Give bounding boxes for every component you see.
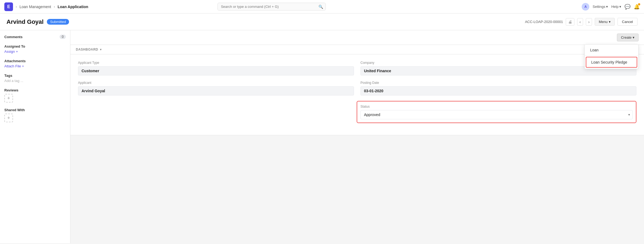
- applicant-type-group: Applicant Type Customer: [78, 61, 354, 75]
- spacer-group: [78, 101, 350, 123]
- attachments-label: Attachments: [4, 59, 66, 63]
- assign-button[interactable]: Assign +: [4, 50, 66, 54]
- form-row-3: Status Approved Pending Rejected Draft ▾: [78, 101, 636, 123]
- sidebar-comments-section: Comments 0: [4, 35, 66, 39]
- posting-date-group: Posting Date 03-01-2020: [360, 81, 636, 95]
- top-nav: E › Loan Management › Loan Application 🔍…: [0, 0, 644, 14]
- menu-button[interactable]: Menu ▾: [595, 18, 615, 26]
- menu-chevron-icon: ▾: [609, 20, 611, 24]
- search-icon: 🔍: [318, 5, 323, 9]
- applicant-type-value: Customer: [78, 66, 354, 75]
- applicant-type-label: Applicant Type: [78, 61, 354, 65]
- content-top-bar: Create ▾: [70, 30, 644, 45]
- dashboard-label: DASHBOARD: [76, 48, 98, 51]
- main-layout: Comments 0 Assigned To Assign + Attachme…: [0, 30, 644, 243]
- tags-label: Tags: [4, 74, 66, 78]
- next-record-button[interactable]: ›: [586, 18, 592, 26]
- notification-dot: [638, 3, 640, 5]
- status-label: Status: [360, 105, 633, 108]
- dropdown-item-loan[interactable]: Loan: [585, 45, 638, 56]
- posting-date-label: Posting Date: [360, 81, 636, 85]
- breadcrumb-loan-management[interactable]: Loan Management: [19, 5, 51, 9]
- add-review-button[interactable]: +: [4, 94, 13, 103]
- create-dropdown-menu: Loan Loan Security Pledge: [584, 44, 639, 69]
- sidebar-tags-section: Tags Add a tag ...: [4, 74, 66, 83]
- avatar: A: [582, 3, 589, 11]
- assigned-to-label: Assigned To: [4, 44, 66, 48]
- prev-record-button[interactable]: ‹: [577, 18, 583, 26]
- status-select-wrapper: Approved Pending Rejected Draft ▾: [360, 110, 633, 119]
- dashboard-chevron-icon[interactable]: ▾: [100, 48, 102, 51]
- page-header: Arvind Goyal Submitted ACC-LOAP-2020-000…: [0, 14, 644, 30]
- applicant-group: Applicant Arvind Goyal: [78, 81, 354, 95]
- page-title: Arvind Goyal: [6, 18, 44, 25]
- form-section: Applicant Type Customer Company United F…: [70, 54, 644, 135]
- posting-date-value: 03-01-2020: [360, 86, 636, 95]
- create-button[interactable]: Create ▾: [617, 34, 639, 41]
- help-chevron-icon: ▾: [619, 5, 621, 9]
- dropdown-item-loan-security-pledge[interactable]: Loan Security Pledge: [586, 57, 637, 68]
- search-container: 🔍: [217, 3, 326, 11]
- applicant-label: Applicant: [78, 81, 354, 85]
- notification-icon[interactable]: 🔔: [634, 4, 640, 10]
- status-select[interactable]: Approved Pending Rejected Draft: [360, 110, 633, 119]
- search-input[interactable]: [217, 3, 326, 11]
- breadcrumb-loan-application[interactable]: Loan Application: [58, 5, 88, 9]
- comments-label: Comments: [4, 35, 22, 39]
- document-id: ACC-LOAP-2020-00001: [525, 20, 563, 24]
- attach-file-button[interactable]: Attach File +: [4, 64, 66, 68]
- page-actions: ACC-LOAP-2020-00001 🖨 ‹ › Menu ▾ Cancel: [525, 18, 638, 26]
- sidebar-assigned-section: Assigned To Assign +: [4, 44, 66, 54]
- sidebar-attachments-section: Attachments Attach File +: [4, 59, 66, 68]
- chat-icon[interactable]: 💬: [625, 4, 630, 10]
- applicant-value: Arvind Goyal: [78, 86, 354, 95]
- settings-chevron-icon: ▾: [606, 5, 608, 9]
- form-row-1: Applicant Type Customer Company United F…: [78, 61, 636, 75]
- settings-button[interactable]: Settings ▾: [593, 5, 608, 9]
- print-button[interactable]: 🖨: [566, 18, 574, 26]
- form-row-2: Applicant Arvind Goyal Posting Date 03-0…: [78, 81, 636, 95]
- comments-count: 0: [60, 35, 66, 39]
- add-shared-button[interactable]: +: [4, 114, 13, 122]
- breadcrumb-chevron-1: ›: [16, 5, 17, 9]
- content-area: Create ▾ Loan Loan Security Pledge DASHB…: [70, 30, 644, 243]
- help-button[interactable]: Help ▾: [611, 5, 621, 9]
- sidebar-reviews-section: Reviews +: [4, 88, 66, 103]
- shared-with-label: Shared With: [4, 108, 66, 112]
- status-group: Status Approved Pending Rejected Draft ▾: [357, 101, 636, 123]
- breadcrumb-chevron-2: ›: [54, 5, 55, 9]
- reviews-label: Reviews: [4, 88, 66, 92]
- app-icon[interactable]: E: [4, 2, 13, 11]
- cancel-button[interactable]: Cancel: [617, 18, 638, 26]
- dashboard-bar: DASHBOARD ▾: [70, 45, 644, 54]
- status-badge: Submitted: [47, 19, 69, 25]
- sidebar: Comments 0 Assigned To Assign + Attachme…: [0, 30, 70, 243]
- add-tag-label[interactable]: Add a tag ...: [4, 79, 66, 83]
- create-chevron-icon: ▾: [633, 35, 635, 39]
- sidebar-shared-section: Shared With +: [4, 108, 66, 122]
- title-area: Arvind Goyal Submitted: [6, 18, 69, 25]
- nav-right-actions: A Settings ▾ Help ▾ 💬 🔔: [582, 3, 640, 11]
